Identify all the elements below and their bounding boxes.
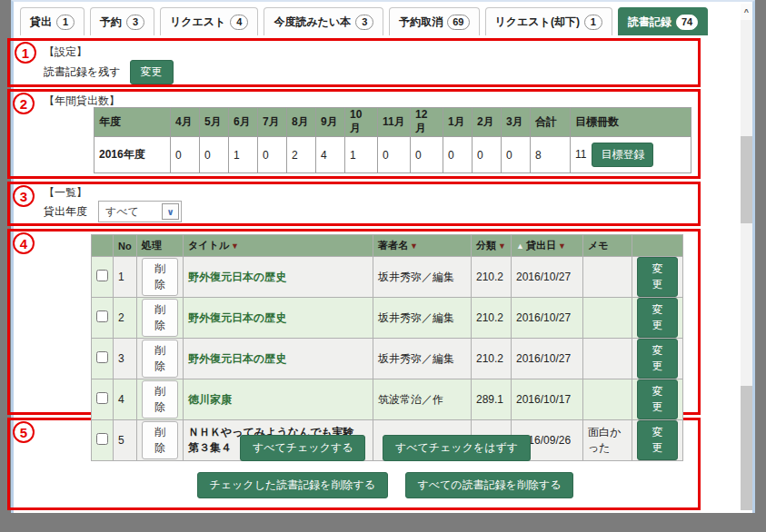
title-link[interactable]: 徳川家康	[188, 393, 232, 406]
tab-loan[interactable]: 貸出 1	[20, 7, 85, 35]
tab-count-badge: 69	[447, 15, 469, 30]
loan-year-select[interactable]: すべて ∨	[98, 201, 182, 222]
col-month: 12月	[411, 108, 443, 137]
col-date[interactable]: ▲貸出日▼	[512, 235, 583, 257]
tab-count-badge: 1	[56, 15, 75, 30]
cell-change: 変更	[632, 339, 683, 379]
chevron-up-icon[interactable]: ^	[741, 4, 752, 20]
delete-button[interactable]: 削除	[142, 258, 178, 296]
selected-value: すべて	[99, 204, 162, 220]
cell-month-value: 0	[443, 137, 473, 173]
title-link[interactable]: 野外復元日本の歴史	[188, 271, 286, 283]
col-month: 11月	[378, 108, 411, 137]
settings-heading: 【設定】	[44, 44, 87, 60]
table-row: 2 削除 野外復元日本の歴史 坂井秀弥／編集 210.2 2016/10/27 …	[92, 298, 683, 339]
change-button[interactable]: 変更	[637, 298, 678, 338]
tab-label: リクエスト(却下)	[495, 15, 580, 30]
col-month: 9月	[316, 108, 345, 137]
col-year: 年度	[95, 108, 171, 137]
cell-date: 2016/10/17	[512, 379, 583, 420]
cell-month-value: 4	[316, 137, 345, 173]
tab-count-badge: 3	[355, 15, 373, 30]
col-author[interactable]: 著者名▼	[373, 235, 472, 257]
scrollbar-thumb-lower[interactable]	[741, 386, 752, 510]
cell-author: 坂井秀弥／編集	[373, 339, 472, 379]
vertical-scrollbar[interactable]: ^	[741, 4, 752, 510]
cell-date: 2016/10/27	[512, 298, 583, 339]
change-button[interactable]: 変更	[637, 339, 678, 379]
check-all-button[interactable]: すべてチェックする	[240, 435, 366, 461]
col-title[interactable]: タイトル▼	[184, 235, 373, 257]
cell-no: 1	[114, 257, 137, 298]
col-month: 5月	[200, 108, 229, 137]
cell-date: 2016/10/27	[512, 339, 583, 379]
tab-want-to-read[interactable]: 今度読みたい本 3	[264, 7, 383, 35]
sort-desc-icon[interactable]: ▼	[410, 241, 418, 251]
cell-month-value: 0	[473, 137, 502, 173]
cell-title: 徳川家康	[184, 379, 373, 420]
change-button[interactable]: 変更	[637, 257, 678, 297]
tab-count-badge: 74	[676, 15, 698, 30]
tab-reserve[interactable]: 予約 3	[90, 7, 154, 35]
col-change	[632, 235, 683, 257]
filter-label: 貸出年度	[44, 204, 87, 220]
delete-button[interactable]: 削除	[142, 380, 178, 419]
cell-goal: 11目標登録	[571, 137, 691, 173]
cell-memo	[583, 339, 632, 379]
tab-request[interactable]: リクエスト 4	[160, 7, 258, 35]
scrollbar-thumb[interactable]	[741, 136, 752, 223]
cell-checkbox	[92, 298, 114, 339]
uncheck-all-button[interactable]: すべてチェックをはずす	[383, 435, 531, 461]
cell-action: 削除	[137, 339, 184, 379]
title-link[interactable]: 野外復元日本の歴史	[188, 352, 286, 365]
cell-author: 筑波常治／作	[373, 379, 472, 420]
sort-desc-icon[interactable]: ▼	[231, 241, 239, 251]
annotation-number-5: 5	[13, 421, 35, 443]
delete-all-button[interactable]: すべての読書記録を削除する	[405, 472, 574, 498]
cell-month-value: 0	[378, 137, 411, 173]
cell-no: 2	[114, 298, 137, 339]
tab-reserve-cancel[interactable]: 予約取消 69	[389, 7, 479, 35]
table-row: 1 削除 野外復元日本の歴史 坂井秀弥／編集 210.2 2016/10/27 …	[92, 257, 683, 298]
sort-desc-icon[interactable]: ▼	[558, 241, 566, 251]
tab-label: 読書記録	[628, 15, 671, 30]
row-checkbox[interactable]	[96, 392, 108, 404]
tab-request-rejected[interactable]: リクエスト(却下) 1	[485, 7, 612, 35]
tab-reading-record[interactable]: 読書記録 74	[618, 7, 708, 35]
goal-register-button[interactable]: 目標登録	[592, 143, 653, 167]
cell-category: 289.1	[472, 379, 512, 420]
cell-month-value: 1	[229, 137, 258, 173]
delete-checked-button[interactable]: チェックした読書記録を削除する	[197, 472, 389, 498]
bulk-row-check: すべてチェックする すべてチェックをはずす	[91, 435, 680, 461]
col-category[interactable]: 分類▼	[472, 235, 512, 257]
cell-month-value: 2	[287, 137, 316, 173]
cell-month-value: 0	[258, 137, 287, 173]
records-header-row: No 処理 タイトル▼ 著者名▼ 分類▼ ▲貸出日▼ メモ	[92, 235, 683, 257]
sort-asc-icon[interactable]: ▲	[516, 241, 524, 251]
title-link[interactable]: 野外復元日本の歴史	[188, 311, 286, 324]
screen: 貸出 1 予約 3 リクエスト 4 今度読みたい本 3 予約取消 69 リクエス…	[0, 0, 766, 532]
delete-button[interactable]: 削除	[142, 340, 178, 378]
col-month: 3月	[502, 108, 531, 137]
cell-category: 210.2	[472, 339, 512, 379]
row-checkbox[interactable]	[96, 310, 108, 322]
col-memo: メモ	[583, 235, 632, 257]
cell-month-value: 0	[200, 137, 229, 173]
col-month: 2月	[473, 108, 502, 137]
change-button[interactable]: 変更	[637, 379, 678, 419]
cell-title: 野外復元日本の歴史	[184, 298, 373, 339]
sort-desc-icon[interactable]: ▼	[498, 241, 506, 251]
goal-value: 11	[575, 148, 586, 161]
settings-change-button[interactable]: 変更	[130, 60, 174, 84]
bulk-row-delete: チェックした読書記録を削除する すべての読書記録を削除する	[91, 472, 680, 498]
row-checkbox[interactable]	[96, 351, 108, 363]
cell-change: 変更	[632, 257, 683, 298]
cell-checkbox	[92, 339, 114, 379]
row-checkbox[interactable]	[96, 270, 108, 281]
cell-month-value: 0	[171, 137, 200, 173]
cell-no: 3	[114, 339, 137, 379]
delete-button[interactable]: 削除	[142, 299, 178, 337]
cell-title: 野外復元日本の歴史	[184, 339, 373, 379]
tab-label: 予約	[100, 15, 122, 30]
settings-row: 読書記録を残す 変更	[44, 60, 174, 84]
